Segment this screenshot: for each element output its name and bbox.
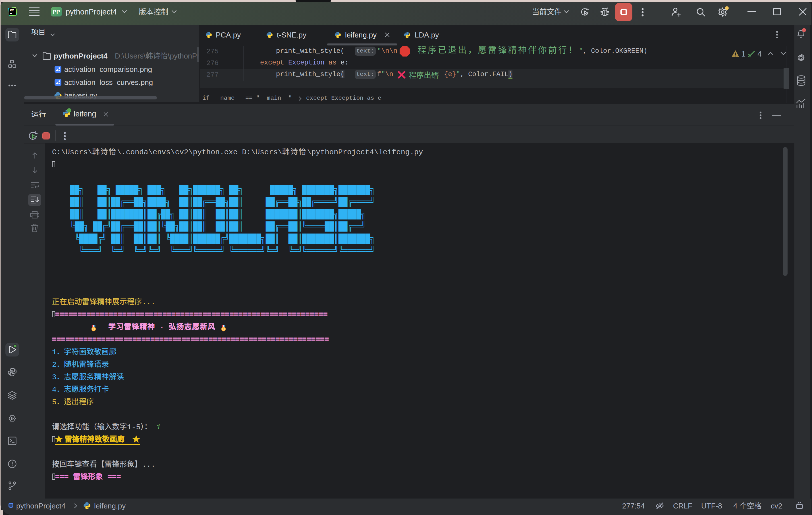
svg-text:PC: PC	[10, 9, 14, 12]
